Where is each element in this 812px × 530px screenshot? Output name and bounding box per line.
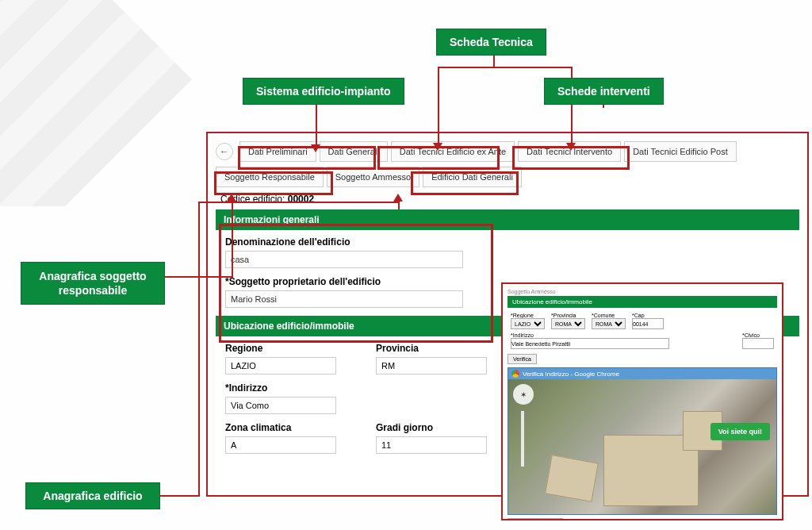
connector-line (232, 202, 233, 278)
soggetto-input[interactable] (225, 290, 463, 308)
tab-dati-tecnici-post[interactable]: Dati Tecnici Edificio Post (624, 141, 737, 162)
back-button[interactable]: ← (216, 143, 233, 160)
denominazione-label: Denominazione dell'edificio (225, 236, 790, 248)
provincia-input[interactable] (376, 357, 487, 374)
map-popup-window: Verifica Indirizzo - Google Chrome ✶ Voi… (508, 367, 777, 515)
popup-aggiorna-button[interactable]: Aggiorna Indirizzo (508, 518, 563, 520)
decorative-diagonal-bg (0, 0, 206, 206)
popup-top-text: Soggetto Ammesso (508, 289, 777, 294)
compass-icon[interactable]: ✶ (513, 384, 534, 405)
popup-provincia-label: *Provincia (551, 313, 585, 318)
connector-line (198, 202, 400, 203)
popup-provincia-select[interactable]: ROMA (551, 318, 585, 329)
connector-line (316, 102, 317, 146)
regione-input[interactable] (225, 357, 336, 374)
tab-dati-preliminari[interactable]: Dati Preliminari (239, 141, 316, 162)
sub-tabs-row: Soggetto Responsabile Soggetto Ammesso E… (216, 167, 799, 187)
connector-line (438, 67, 573, 68)
popup-verifica-button[interactable]: Verifica (508, 354, 537, 364)
arrow-head-icon (393, 194, 403, 202)
tab-dati-generali[interactable]: Dati Generali (320, 141, 388, 162)
gradi-input[interactable] (376, 436, 487, 454)
subtab-edificio-dati-generali[interactable]: Edificio Dati Generali (423, 167, 522, 187)
denominazione-input[interactable] (225, 251, 463, 268)
gradi-label: Gradi giorno (376, 422, 487, 433)
popup-civico-label: *Civico (742, 332, 774, 338)
map-titlebar: Verifica Indirizzo - Google Chrome (508, 368, 776, 379)
section-informazioni-generali: Informazioni generali (216, 209, 799, 230)
connector-line (438, 67, 439, 144)
popup-comune-label: *Comune (592, 313, 626, 318)
map-body[interactable]: ✶ Voi siete qui! (508, 379, 776, 514)
popup-civico-input[interactable] (742, 338, 774, 349)
callout-anagrafica-edificio: Anagrafica edificio (25, 482, 160, 509)
zona-label: Zona climatica (225, 422, 336, 433)
popup-row1: *RegioneLAZIO *ProvinciaROMA *ComuneROMA… (508, 311, 777, 331)
arrow-head-icon (566, 143, 576, 151)
popup-comune-select[interactable]: ROMA (592, 318, 626, 329)
connector-line (398, 202, 400, 209)
arrow-head-icon (433, 143, 442, 151)
callout-scheda-tecnica: Scheda Tecnica (436, 29, 546, 56)
popup-cap-label: *Cap (632, 313, 664, 318)
callout-sistema-edificio: Sistema edificio-impianto (243, 78, 404, 105)
popup-indirizzo-input[interactable] (511, 338, 669, 349)
provincia-label: Provincia (376, 343, 487, 354)
tab-dati-tecnici-ante[interactable]: Dati Tecnici Edificio ex Ante (391, 141, 515, 162)
popup-row2: *Indirizzo *Civico (508, 331, 777, 351)
connector-line (198, 202, 200, 497)
zoom-slider[interactable] (521, 411, 524, 467)
subtab-soggetto-ammesso[interactable]: Soggetto Ammesso (327, 167, 419, 187)
top-tabs-row: ← Dati Preliminari Dati Generali Dati Te… (216, 141, 799, 162)
popup-indirizzo-label: *Indirizzo (511, 332, 736, 338)
subtab-soggetto-responsabile[interactable]: Soggetto Responsabile (216, 167, 324, 187)
map-title-text: Verifica Indirizzo - Google Chrome (523, 371, 619, 378)
voi-siete-qui-badge: Voi siete qui! (710, 423, 770, 440)
arrow-head-icon (227, 194, 236, 202)
map-building (545, 455, 599, 502)
chrome-icon (511, 370, 519, 378)
connector-line (160, 495, 200, 497)
field-denominazione: Denominazione dell'edificio (225, 236, 790, 268)
callout-schede-interventi: Schede interventi (544, 78, 664, 105)
regione-label: Regione (225, 343, 336, 354)
popup-frame: Soggetto Ammesso Ubicazione edificio/imm… (501, 282, 783, 520)
popup-regione-select[interactable]: LAZIO (511, 318, 545, 329)
popup-cap-input[interactable] (632, 318, 664, 329)
callout-anagrafica-soggetto: Anagrafica soggetto responsabile (21, 262, 165, 305)
popup-section-header: Ubicazione edificio/immobile (508, 296, 777, 308)
zona-input[interactable] (225, 436, 336, 454)
popup-regione-label: *Regione (511, 313, 545, 318)
indirizzo-label: *Indirizzo (225, 382, 336, 394)
arrow-head-icon (311, 144, 320, 152)
indirizzo-input[interactable] (225, 397, 336, 414)
